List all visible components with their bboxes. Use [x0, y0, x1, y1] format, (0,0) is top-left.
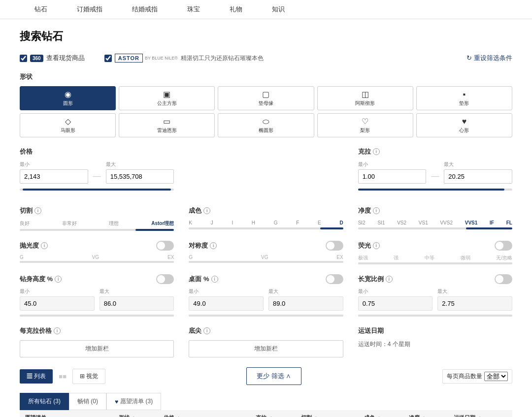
reset-icon: ↻: [466, 54, 472, 62]
per-carat-info-icon[interactable]: i: [54, 327, 61, 334]
depth-toggle-header: 钻身高度 % i: [20, 274, 174, 284]
filter-row-3: 抛光度 i G VG EX 对称度 i: [20, 241, 512, 264]
visual-view-label: 视觉: [86, 373, 98, 380]
price-slider-fill: [23, 189, 171, 191]
depth-max-input[interactable]: [100, 296, 174, 311]
cut-label-text: 切割: [20, 206, 33, 215]
nav-jewelry[interactable]: 珠宝: [172, 0, 215, 19]
symmetry-toggle[interactable]: [326, 241, 343, 251]
table-label-text: 桌面 %: [189, 275, 209, 284]
shape-cushion[interactable]: ▢ 垫母缘: [218, 86, 314, 110]
emerald-icon: ▭: [121, 117, 212, 126]
th-carat[interactable]: 克拉 ↑: [251, 410, 296, 417]
carat-info-icon[interactable]: i: [373, 148, 380, 155]
symmetry-toggle-knob: [327, 242, 334, 250]
shape-heart[interactable]: ♥ 心形: [416, 113, 512, 137]
clarity-scale-fill: [466, 227, 512, 229]
table-min-input[interactable]: [189, 296, 264, 311]
th-delivery[interactable]: 运送日期 ↑: [449, 410, 512, 417]
shape-radiant[interactable]: ▪ 垫形: [416, 86, 512, 110]
th-cut-label: 切割: [301, 415, 312, 417]
carat-max-input[interactable]: [444, 169, 512, 184]
more-filters-btn[interactable]: 更少 筛选 ∧: [246, 367, 301, 385]
color-j: J: [211, 220, 213, 225]
ratio-scale-track: [358, 315, 512, 317]
table-header-row: 愿望清单 形状 ↑ 价格 ↑ 克拉 ↑ 切割 ↑: [20, 410, 512, 417]
tab-wishlist[interactable]: ♥ 愿望清单 (3): [106, 393, 161, 410]
table-section: 桌面 % i 最小 最大: [189, 274, 343, 317]
symmetry-label-text: 对称度: [189, 241, 208, 250]
th-wishlist[interactable]: 愿望清单: [20, 410, 73, 417]
th-color[interactable]: 成色 ↑: [359, 410, 404, 417]
shape-asscher[interactable]: ◫ 阿斯彻形: [317, 86, 413, 110]
table-max-input[interactable]: [268, 296, 343, 311]
princess-icon: ▣: [121, 90, 212, 99]
tab-bestseller[interactable]: 畅销 (0): [69, 393, 106, 410]
clarity-info-icon[interactable]: i: [373, 207, 380, 214]
shape-marquise[interactable]: ◇ 马眼形: [20, 113, 116, 137]
ratio-toggle[interactable]: [495, 274, 512, 284]
depth-info-icon[interactable]: i: [55, 276, 62, 283]
depth-min-input[interactable]: [20, 296, 95, 311]
depth-range-inputs: 最小 最大: [20, 288, 174, 311]
price-min-group: 最小: [20, 161, 88, 184]
shape-oval[interactable]: ⬭ 椭圆形: [218, 113, 314, 137]
ratio-min-input[interactable]: [358, 296, 433, 311]
nav-wedding[interactable]: 结婚戒指: [117, 0, 172, 19]
check-360-checkbox[interactable]: [20, 55, 27, 62]
shape-emerald[interactable]: ▭ 雷迪恩形: [119, 113, 215, 137]
ratio-max-input[interactable]: [437, 296, 512, 311]
cut-label-vg: 非常好: [62, 220, 77, 227]
th-cut[interactable]: 切割 ↑: [296, 410, 359, 417]
culet-info-icon[interactable]: i: [203, 327, 210, 334]
color-info-icon[interactable]: i: [203, 207, 210, 214]
th-shape[interactable]: 形状 ↑: [114, 410, 159, 417]
table-info-icon[interactable]: i: [211, 276, 218, 283]
list-view-btn[interactable]: ☰ 列表: [20, 369, 53, 384]
polish-toggle[interactable]: [156, 241, 174, 251]
shape-label: 形状: [20, 72, 512, 81]
fluorescence-section: 荧光 i 极强 强 中等 微弱 无/忽略: [358, 241, 512, 264]
th-shape-label: 形状: [119, 415, 130, 417]
visual-view-btn[interactable]: ⊞ 视觉: [72, 369, 105, 384]
price-min-label: 最小: [20, 161, 88, 168]
depth-toggle[interactable]: [156, 274, 174, 284]
per-carat-add-btn[interactable]: 增加新栏: [20, 340, 174, 357]
per-page-select[interactable]: 全部 20 50: [484, 372, 508, 381]
nav-knowledge[interactable]: 知识: [257, 0, 299, 19]
price-max-input[interactable]: [106, 169, 174, 184]
polish-ex: EX: [167, 255, 174, 260]
fluorescence-toggle[interactable]: [495, 241, 512, 251]
table-toggle[interactable]: [326, 274, 343, 284]
astor-badge: ASTOR BY BLUE NILE®: [115, 54, 178, 63]
shape-princess[interactable]: ▣ 公主方形: [119, 86, 215, 110]
color-scale-track: [189, 227, 343, 229]
nav-engagement[interactable]: 订婚戒指: [62, 0, 117, 19]
fluorescence-info-icon[interactable]: i: [373, 242, 380, 249]
tab-all[interactable]: 所有钻石 (3): [20, 393, 69, 410]
shape-heart-label: 心形: [459, 128, 469, 133]
check-astor-checkbox[interactable]: [104, 55, 112, 62]
carat-min-input[interactable]: [358, 169, 427, 184]
th-clarity[interactable]: 净度 ↑: [404, 410, 449, 417]
nav-diamond[interactable]: 钻石: [20, 0, 62, 19]
symmetry-info-icon[interactable]: i: [210, 242, 217, 249]
price-range-inputs: 最小 — 最大: [20, 161, 174, 184]
color-scale-labels: K J I H G F E D: [189, 220, 343, 225]
culet-add-btn[interactable]: 增加新栏: [189, 340, 343, 357]
price-min-input[interactable]: [20, 169, 88, 184]
ratio-info-icon[interactable]: i: [386, 276, 393, 283]
culet-section: 底尖 i 增加新栏: [189, 326, 343, 357]
shape-pear[interactable]: ♡ 梨形: [317, 113, 413, 137]
th-price[interactable]: 价格 ↑: [159, 410, 251, 417]
cut-info-icon[interactable]: i: [34, 207, 41, 214]
th-wishlist-label: 愿望清单: [25, 415, 46, 417]
shape-round[interactable]: ◉ 圆形: [20, 86, 116, 110]
heart-icon: ♥: [419, 117, 510, 126]
table-max-label: 最大: [268, 288, 343, 295]
reset-button[interactable]: ↻ 重设筛选条件: [466, 54, 512, 63]
polish-info-icon[interactable]: i: [41, 242, 48, 249]
th-delivery-label: 运送日期: [454, 415, 475, 417]
nav-gifts[interactable]: 礼物: [215, 0, 257, 19]
table-toggle-header: 桌面 % i: [189, 274, 343, 284]
